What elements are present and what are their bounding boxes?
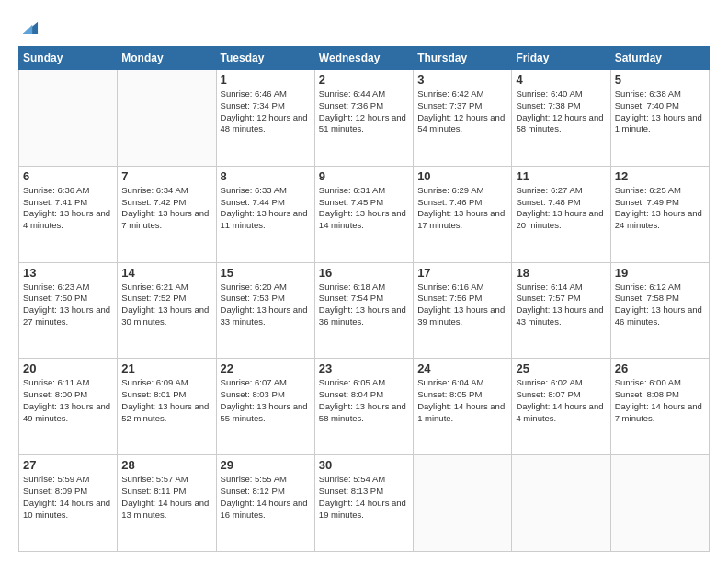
day-number: 3 xyxy=(417,73,507,86)
day-info-line: Sunset: 8:03 PM xyxy=(221,389,285,399)
day-info: Sunrise: 6:23 AMSunset: 7:50 PMDaylight:… xyxy=(23,282,113,328)
day-info-line: Sunrise: 6:42 AM xyxy=(417,88,483,98)
day-info-line: Sunrise: 6:18 AM xyxy=(319,282,385,292)
day-number: 10 xyxy=(417,169,507,183)
day-info-line: Sunset: 8:00 PM xyxy=(23,389,87,399)
day-number: 13 xyxy=(23,266,113,280)
day-info-line: Sunset: 7:44 PM xyxy=(221,197,285,207)
day-info-line: Sunrise: 6:33 AM xyxy=(221,185,287,195)
day-info-line: Sunset: 8:07 PM xyxy=(516,389,580,399)
day-info: Sunrise: 6:14 AMSunset: 7:57 PMDaylight:… xyxy=(516,282,606,328)
day-number: 22 xyxy=(221,362,311,375)
day-info: Sunrise: 6:31 AMSunset: 7:45 PMDaylight:… xyxy=(319,185,409,232)
day-info-line: Daylight: 14 hours and 19 minutes. xyxy=(319,498,406,520)
day-info-line: Daylight: 13 hours and 4 minutes. xyxy=(23,208,110,230)
day-info-line: Sunrise: 6:29 AM xyxy=(417,185,483,195)
calendar-cell: 8Sunrise: 6:33 AMSunset: 7:44 PMDaylight… xyxy=(216,166,314,262)
day-info: Sunrise: 6:20 AMSunset: 7:53 PMDaylight:… xyxy=(221,282,311,328)
day-info: Sunrise: 6:42 AMSunset: 7:37 PMDaylight:… xyxy=(417,88,507,135)
day-number: 24 xyxy=(417,362,507,375)
calendar-cell: 28Sunrise: 5:57 AMSunset: 8:11 PMDayligh… xyxy=(118,455,216,552)
day-info: Sunrise: 6:33 AMSunset: 7:44 PMDaylight:… xyxy=(221,185,311,232)
day-number: 28 xyxy=(121,458,211,472)
day-info-line: Daylight: 13 hours and 7 minutes. xyxy=(121,208,209,230)
calendar-cell: 15Sunrise: 6:20 AMSunset: 7:53 PMDayligh… xyxy=(216,262,314,359)
day-info-line: Sunrise: 6:07 AM xyxy=(221,377,287,387)
day-number: 11 xyxy=(516,169,606,183)
day-number: 17 xyxy=(417,266,507,280)
calendar-header-wednesday: Wednesday xyxy=(314,47,413,70)
day-info-line: Daylight: 13 hours and 36 minutes. xyxy=(319,304,406,327)
day-info: Sunrise: 6:46 AMSunset: 7:34 PMDaylight:… xyxy=(221,88,311,135)
day-info-line: Daylight: 13 hours and 55 minutes. xyxy=(221,401,308,423)
day-info-line: Sunset: 8:09 PM xyxy=(23,486,87,496)
calendar-cell: 14Sunrise: 6:21 AMSunset: 7:52 PMDayligh… xyxy=(118,262,216,359)
day-info-line: Daylight: 13 hours and 58 minutes. xyxy=(319,401,406,423)
day-info: Sunrise: 6:16 AMSunset: 7:56 PMDaylight:… xyxy=(417,282,507,328)
day-info: Sunrise: 6:18 AMSunset: 7:54 PMDaylight:… xyxy=(319,282,409,328)
day-info-line: Daylight: 14 hours and 10 minutes. xyxy=(23,498,110,520)
calendar-header-saturday: Saturday xyxy=(610,47,709,70)
day-number: 21 xyxy=(121,362,211,375)
day-info-line: Sunrise: 6:27 AM xyxy=(516,185,582,195)
day-info-line: Daylight: 14 hours and 4 minutes. xyxy=(516,401,603,423)
day-info-line: Sunrise: 6:46 AM xyxy=(221,88,287,98)
day-info-line: Sunrise: 6:44 AM xyxy=(319,88,385,98)
day-info-line: Sunset: 7:36 PM xyxy=(319,100,383,110)
day-number: 9 xyxy=(319,169,409,183)
day-number: 5 xyxy=(615,73,705,86)
calendar-week-3: 20Sunrise: 6:11 AMSunset: 8:00 PMDayligh… xyxy=(19,359,710,455)
day-info-line: Daylight: 13 hours and 39 minutes. xyxy=(417,304,505,327)
page: SundayMondayTuesdayWednesdayThursdayFrid… xyxy=(0,0,728,563)
day-info-line: Daylight: 12 hours and 51 minutes. xyxy=(319,112,406,134)
calendar-cell: 1Sunrise: 6:46 AMSunset: 7:34 PMDaylight… xyxy=(216,70,314,167)
day-info-line: Sunset: 7:58 PM xyxy=(615,293,679,303)
day-number: 27 xyxy=(23,458,113,472)
calendar-cell: 26Sunrise: 6:00 AMSunset: 8:08 PMDayligh… xyxy=(610,359,709,455)
calendar-cell: 5Sunrise: 6:38 AMSunset: 7:40 PMDaylight… xyxy=(610,70,709,167)
day-info-line: Daylight: 13 hours and 17 minutes. xyxy=(417,208,505,230)
day-number: 29 xyxy=(221,458,311,472)
day-info-line: Daylight: 12 hours and 54 minutes. xyxy=(417,112,505,134)
day-info-line: Sunset: 7:53 PM xyxy=(221,293,285,303)
day-info-line: Daylight: 13 hours and 43 minutes. xyxy=(516,304,603,327)
day-info-line: Sunrise: 6:14 AM xyxy=(516,282,582,292)
day-info-line: Sunset: 8:05 PM xyxy=(417,389,482,399)
day-info-line: Sunrise: 6:38 AM xyxy=(615,88,681,98)
calendar-cell: 13Sunrise: 6:23 AMSunset: 7:50 PMDayligh… xyxy=(19,262,118,359)
day-info-line: Sunrise: 6:36 AM xyxy=(23,185,89,195)
day-info-line: Sunset: 7:56 PM xyxy=(417,293,482,303)
calendar-cell: 23Sunrise: 6:05 AMSunset: 8:04 PMDayligh… xyxy=(314,359,413,455)
day-number: 26 xyxy=(615,362,705,375)
calendar-week-4: 27Sunrise: 5:59 AMSunset: 8:09 PMDayligh… xyxy=(19,455,710,552)
day-info-line: Sunset: 8:04 PM xyxy=(319,389,383,399)
day-info-line: Sunset: 7:40 PM xyxy=(615,100,679,110)
day-info-line: Sunrise: 6:40 AM xyxy=(516,88,582,98)
day-info: Sunrise: 6:34 AMSunset: 7:42 PMDaylight:… xyxy=(121,185,211,232)
day-info-line: Sunrise: 6:04 AM xyxy=(417,377,483,387)
day-info-line: Sunset: 7:42 PM xyxy=(121,197,186,207)
calendar-cell xyxy=(414,455,512,552)
day-number: 12 xyxy=(615,169,705,183)
day-info-line: Sunrise: 6:25 AM xyxy=(615,185,681,195)
calendar-cell: 7Sunrise: 6:34 AMSunset: 7:42 PMDaylight… xyxy=(118,166,216,262)
day-info-line: Daylight: 14 hours and 1 minute. xyxy=(417,401,505,423)
calendar-cell xyxy=(610,455,709,552)
day-info: Sunrise: 6:04 AMSunset: 8:05 PMDaylight:… xyxy=(417,377,507,424)
calendar-cell: 11Sunrise: 6:27 AMSunset: 7:48 PMDayligh… xyxy=(512,166,610,262)
calendar-cell: 29Sunrise: 5:55 AMSunset: 8:12 PMDayligh… xyxy=(216,455,314,552)
day-info: Sunrise: 5:57 AMSunset: 8:11 PMDaylight:… xyxy=(121,474,211,521)
day-info: Sunrise: 6:07 AMSunset: 8:03 PMDaylight:… xyxy=(221,377,311,424)
calendar-header-thursday: Thursday xyxy=(414,47,512,70)
day-number: 1 xyxy=(221,73,311,86)
day-info-line: Sunrise: 6:34 AM xyxy=(121,185,188,195)
day-info-line: Daylight: 13 hours and 52 minutes. xyxy=(121,401,209,423)
day-info-line: Sunrise: 6:02 AM xyxy=(516,377,582,387)
day-info-line: Sunrise: 6:31 AM xyxy=(319,185,385,195)
day-number: 2 xyxy=(319,73,409,86)
calendar-cell: 16Sunrise: 6:18 AMSunset: 7:54 PMDayligh… xyxy=(314,262,413,359)
calendar-header-monday: Monday xyxy=(118,47,216,70)
day-info: Sunrise: 5:54 AMSunset: 8:13 PMDaylight:… xyxy=(319,474,409,521)
svg-marker-1 xyxy=(23,25,32,34)
day-info-line: Sunset: 8:01 PM xyxy=(121,389,186,399)
